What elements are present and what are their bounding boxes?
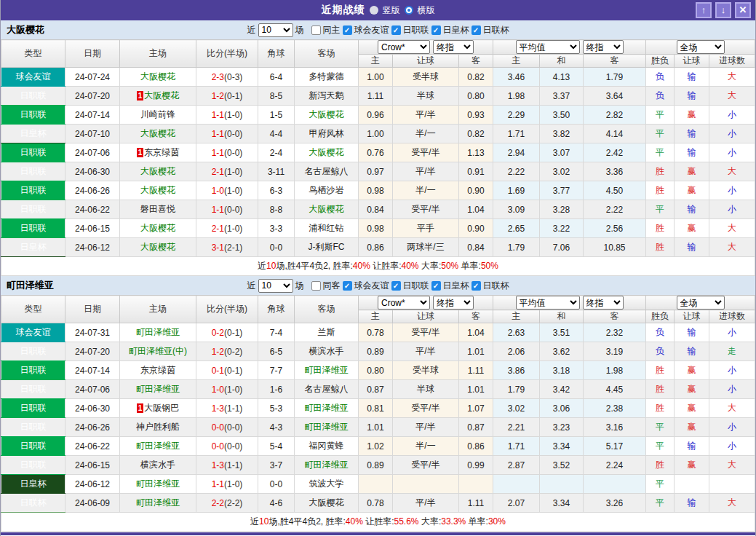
match-type-cell[interactable]: 日职联: [1, 418, 65, 437]
move-up-button[interactable]: ↑: [696, 2, 712, 18]
home-team-link[interactable]: 大阪樱花: [140, 71, 175, 82]
away-team-link[interactable]: 新泻天鹅: [309, 90, 344, 100]
europe-stage-select[interactable]: 终指: [583, 40, 624, 54]
away-team-link[interactable]: 名古屋鲸八: [305, 166, 349, 176]
home-team-link[interactable]: 大阪樱花: [140, 242, 175, 252]
match-scope-select[interactable]: 全场: [677, 40, 725, 54]
match-type-cell[interactable]: 日职联: [1, 399, 65, 418]
recent-count-select[interactable]: 10: [258, 279, 293, 293]
match-type-cell[interactable]: 日职联: [1, 162, 65, 181]
match-scope-select[interactable]: 全场: [677, 296, 725, 310]
match-type-cell[interactable]: 球会友谊: [1, 68, 65, 87]
match-type-cell[interactable]: 日皇杯: [1, 125, 65, 143]
home-team-link[interactable]: 大阪樱花: [144, 90, 179, 100]
bookmaker-select[interactable]: Crow*: [378, 296, 430, 310]
match-type-cell[interactable]: 日职联: [1, 361, 65, 380]
fulltime-score-link[interactable]: 1-1: [212, 110, 224, 120]
fulltime-score-link[interactable]: 0-2: [212, 328, 224, 338]
match-type-cell[interactable]: 日职联: [1, 380, 65, 399]
fulltime-score-link[interactable]: 1-3: [212, 460, 224, 470]
match-type-cell[interactable]: 日职联: [1, 87, 65, 106]
match-type-cell[interactable]: 日职联: [1, 342, 65, 361]
league-checkbox-league-cup[interactable]: [471, 281, 481, 291]
away-team-link[interactable]: 町田泽维亚: [305, 460, 349, 470]
away-team-link[interactable]: 大阪樱花: [309, 204, 344, 214]
handicap-stage-select[interactable]: 终指: [433, 40, 474, 54]
close-button[interactable]: ✕: [735, 2, 751, 18]
away-team-link[interactable]: 甲府风林: [309, 128, 344, 138]
home-team-link[interactable]: 东京绿茵: [140, 365, 175, 375]
away-team-link[interactable]: 鸟栖沙岩: [309, 185, 344, 195]
fulltime-score-link[interactable]: 0-0: [212, 422, 224, 433]
home-team-link[interactable]: 大阪樱花: [140, 185, 175, 195]
fulltime-score-link[interactable]: 1-2: [212, 91, 224, 101]
away-team-link[interactable]: 筑波大学: [309, 478, 344, 489]
home-team-link[interactable]: 大阪樱花: [140, 128, 175, 138]
match-type-cell[interactable]: 日职联: [1, 437, 65, 456]
fulltime-score-link[interactable]: 0-1: [212, 366, 224, 376]
home-team-link[interactable]: 大阪樱花: [140, 223, 175, 233]
match-type-cell[interactable]: 日职联: [1, 143, 65, 162]
match-type-cell[interactable]: 日职联: [1, 181, 65, 200]
away-team-link[interactable]: 名古屋鲸八: [305, 384, 349, 394]
match-type-cell[interactable]: 日皇杯: [1, 238, 65, 257]
move-down-button[interactable]: ↓: [715, 2, 731, 18]
away-team-link[interactable]: J-利斯FC: [309, 242, 345, 252]
home-team-link[interactable]: 川崎前锋: [140, 109, 175, 119]
same-venue-checkbox[interactable]: [311, 281, 321, 291]
fulltime-score-link[interactable]: 2-1: [212, 167, 224, 177]
away-team-link[interactable]: 浦和红钻: [309, 223, 344, 233]
average-odds-select[interactable]: 平均值: [516, 40, 580, 54]
home-team-link[interactable]: 町田泽维亚: [136, 384, 180, 394]
league-checkbox-jleague[interactable]: [391, 25, 401, 35]
home-team-link[interactable]: 町田泽维亚(中): [129, 346, 187, 356]
away-team-link[interactable]: 町田泽维亚: [305, 422, 349, 432]
match-type-cell[interactable]: 球会友谊: [1, 323, 65, 342]
fulltime-score-link[interactable]: 1-3: [212, 403, 224, 414]
home-team-link[interactable]: 大阪樱花: [140, 166, 175, 176]
league-checkbox-emperor-cup[interactable]: [431, 281, 441, 291]
home-team-link[interactable]: 东京绿茵: [144, 147, 179, 157]
fulltime-score-link[interactable]: 1-2: [212, 347, 224, 357]
home-team-link[interactable]: 横滨水手: [140, 460, 175, 470]
league-checkbox-jleague[interactable]: [391, 281, 401, 291]
away-team-link[interactable]: 町田泽维亚: [305, 403, 349, 413]
fulltime-score-link[interactable]: 1-1: [212, 205, 224, 215]
fulltime-score-link[interactable]: 0-0: [212, 441, 224, 452]
match-type-cell[interactable]: 日职联: [1, 200, 65, 219]
same-venue-checkbox[interactable]: [311, 25, 321, 35]
away-team-link[interactable]: 福冈黄蜂: [309, 441, 344, 451]
match-type-cell[interactable]: 日职联: [1, 456, 65, 475]
match-type-cell[interactable]: 日职联: [1, 106, 65, 125]
away-team-link[interactable]: 町田泽维亚: [305, 365, 349, 375]
away-team-link[interactable]: 大阪樱花: [309, 109, 344, 119]
home-team-link[interactable]: 町田泽维亚: [136, 478, 180, 489]
fulltime-score-link[interactable]: 1-1: [212, 129, 224, 139]
vertical-layout-radio[interactable]: [370, 6, 378, 15]
home-team-link[interactable]: 町田泽维亚: [136, 327, 180, 337]
europe-stage-select[interactable]: 终指: [583, 296, 624, 310]
away-team-link[interactable]: 多特蒙德: [309, 71, 344, 82]
fulltime-score-link[interactable]: 2-1: [212, 224, 224, 234]
fulltime-score-link[interactable]: 1-0: [212, 186, 224, 196]
home-team-link[interactable]: 神户胜利船: [136, 422, 180, 432]
match-type-cell[interactable]: 日职联: [1, 219, 65, 238]
league-checkbox-friendly[interactable]: [343, 25, 352, 35]
average-odds-select[interactable]: 平均值: [516, 296, 580, 310]
home-team-link[interactable]: 大阪钢巴: [144, 403, 179, 413]
bookmaker-select[interactable]: Crow*: [378, 40, 430, 54]
away-team-link[interactable]: 大阪樱花: [309, 147, 344, 157]
horizontal-layout-radio[interactable]: [405, 6, 413, 15]
fulltime-score-link[interactable]: 2-3: [212, 72, 224, 82]
fulltime-score-link[interactable]: 2-2: [212, 498, 224, 508]
handicap-stage-select[interactable]: 终指: [433, 296, 474, 310]
league-checkbox-emperor-cup[interactable]: [431, 25, 441, 35]
away-team-link[interactable]: 大阪樱花: [309, 497, 344, 508]
fulltime-score-link[interactable]: 3-1: [212, 243, 224, 253]
away-team-link[interactable]: 兰斯: [318, 327, 335, 337]
away-team-link[interactable]: 横滨水手: [309, 346, 344, 356]
fulltime-score-link[interactable]: 1-1: [212, 479, 224, 489]
league-checkbox-league-cup[interactable]: [471, 25, 481, 35]
fulltime-score-link[interactable]: 1-1: [212, 148, 224, 158]
match-type-cell[interactable]: 日联杯: [1, 494, 65, 513]
